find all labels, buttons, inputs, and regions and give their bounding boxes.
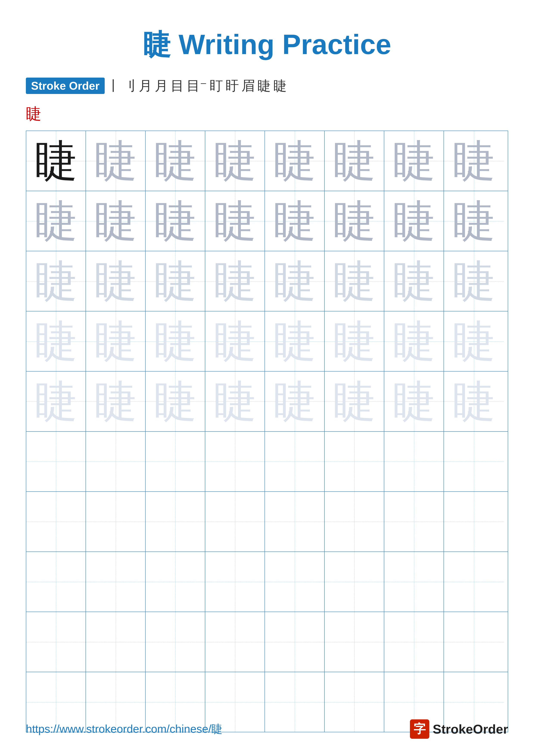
grid-cell-5-6[interactable]: 睫 <box>325 371 384 431</box>
final-stroke-char: 睫 <box>26 105 41 122</box>
grid-cell-1-3[interactable]: 睫 <box>146 131 205 191</box>
grid-cell-3-5[interactable]: 睫 <box>265 251 325 311</box>
char-display: 睫 <box>154 320 197 363</box>
grid-cell-1-8[interactable]: 睫 <box>444 131 504 191</box>
grid-cell-6-6[interactable] <box>325 432 384 491</box>
grid-cell-3-7[interactable]: 睫 <box>384 251 444 311</box>
grid-cell-6-7[interactable] <box>384 432 444 491</box>
grid-cell-4-4[interactable]: 睫 <box>205 311 265 371</box>
grid-cell-1-1[interactable]: 睫 <box>26 131 86 191</box>
grid-cell-9-3[interactable] <box>146 612 205 672</box>
char-display: 睫 <box>393 260 436 303</box>
grid-cell-5-3[interactable]: 睫 <box>146 371 205 431</box>
grid-cell-6-1[interactable] <box>26 432 86 491</box>
grid-cell-4-8[interactable]: 睫 <box>444 311 504 371</box>
grid-cell-2-6[interactable]: 睫 <box>325 191 384 251</box>
char-display: 睫 <box>273 320 316 363</box>
grid-cell-4-3[interactable]: 睫 <box>146 311 205 371</box>
grid-cell-9-8[interactable] <box>444 612 504 672</box>
grid-cell-8-8[interactable] <box>444 552 504 611</box>
char-display: 睫 <box>333 200 376 243</box>
grid-cell-5-7[interactable]: 睫 <box>384 371 444 431</box>
footer-logo: 字 StrokeOrder <box>410 719 508 739</box>
grid-cell-1-2[interactable]: 睫 <box>86 131 146 191</box>
grid-row-4: 睫 睫 睫 睫 睫 睫 睫 睫 <box>26 311 508 371</box>
grid-cell-3-1[interactable]: 睫 <box>26 251 86 311</box>
grid-cell-2-5[interactable]: 睫 <box>265 191 325 251</box>
grid-cell-2-4[interactable]: 睫 <box>205 191 265 251</box>
grid-cell-5-4[interactable]: 睫 <box>205 371 265 431</box>
grid-cell-7-3[interactable] <box>146 492 205 552</box>
grid-cell-6-3[interactable] <box>146 432 205 491</box>
grid-cell-8-3[interactable] <box>146 552 205 611</box>
grid-cell-5-5[interactable]: 睫 <box>265 371 325 431</box>
grid-row-3: 睫 睫 睫 睫 睫 睫 睫 睫 <box>26 251 508 311</box>
grid-cell-1-6[interactable]: 睫 <box>325 131 384 191</box>
char-display: 睫 <box>35 200 78 243</box>
grid-cell-1-7[interactable]: 睫 <box>384 131 444 191</box>
char-display: 睫 <box>333 380 376 423</box>
stroke-order-badge: Stroke Order <box>26 78 105 94</box>
grid-cell-7-7[interactable] <box>384 492 444 552</box>
grid-cell-5-1[interactable]: 睫 <box>26 371 86 431</box>
char-display: 睫 <box>393 320 436 363</box>
char-display: 睫 <box>333 139 376 182</box>
grid-cell-3-6[interactable]: 睫 <box>325 251 384 311</box>
grid-cell-9-2[interactable] <box>86 612 146 672</box>
char-display: 睫 <box>154 200 197 243</box>
grid-cell-7-8[interactable] <box>444 492 504 552</box>
stroke-step-10: 睫 <box>257 77 271 95</box>
grid-row-6 <box>26 432 508 492</box>
grid-row-5: 睫 睫 睫 睫 睫 睫 睫 睫 <box>26 371 508 432</box>
grid-cell-7-5[interactable] <box>265 492 325 552</box>
grid-cell-9-5[interactable] <box>265 612 325 672</box>
grid-cell-9-6[interactable] <box>325 612 384 672</box>
char-display: 睫 <box>452 380 496 423</box>
grid-cell-8-5[interactable] <box>265 552 325 611</box>
grid-cell-3-8[interactable]: 睫 <box>444 251 504 311</box>
grid-cell-2-1[interactable]: 睫 <box>26 191 86 251</box>
stroke-last-char: 睫 <box>0 103 534 124</box>
grid-cell-4-2[interactable]: 睫 <box>86 311 146 371</box>
grid-cell-9-1[interactable] <box>26 612 86 672</box>
grid-cell-5-2[interactable]: 睫 <box>86 371 146 431</box>
grid-cell-7-4[interactable] <box>205 492 265 552</box>
stroke-step-3: 月 <box>139 77 152 95</box>
char-display: 睫 <box>452 139 496 182</box>
grid-cell-8-1[interactable] <box>26 552 86 611</box>
grid-cell-3-4[interactable]: 睫 <box>205 251 265 311</box>
grid-cell-8-6[interactable] <box>325 552 384 611</box>
footer-url[interactable]: https://www.strokeorder.com/chinese/睫 <box>26 721 222 737</box>
char-display: 睫 <box>273 260 316 303</box>
grid-cell-3-3[interactable]: 睫 <box>146 251 205 311</box>
grid-cell-7-1[interactable] <box>26 492 86 552</box>
grid-cell-8-2[interactable] <box>86 552 146 611</box>
grid-cell-6-2[interactable] <box>86 432 146 491</box>
grid-cell-4-5[interactable]: 睫 <box>265 311 325 371</box>
grid-cell-6-5[interactable] <box>265 432 325 491</box>
stroke-step-4: 月 <box>155 77 168 95</box>
grid-cell-4-7[interactable]: 睫 <box>384 311 444 371</box>
grid-cell-4-1[interactable]: 睫 <box>26 311 86 371</box>
grid-cell-7-2[interactable] <box>86 492 146 552</box>
grid-cell-2-3[interactable]: 睫 <box>146 191 205 251</box>
grid-cell-1-4[interactable]: 睫 <box>205 131 265 191</box>
grid-cell-9-7[interactable] <box>384 612 444 672</box>
stroke-step-6: 目⁻ <box>187 77 207 95</box>
stroke-step-7: 盯 <box>210 77 223 95</box>
grid-cell-4-6[interactable]: 睫 <box>325 311 384 371</box>
stroke-step-5: 目 <box>171 77 184 95</box>
grid-cell-1-5[interactable]: 睫 <box>265 131 325 191</box>
stroke-step-11: 睫 <box>273 77 287 95</box>
grid-cell-2-7[interactable]: 睫 <box>384 191 444 251</box>
grid-cell-5-8[interactable]: 睫 <box>444 371 504 431</box>
grid-cell-6-4[interactable] <box>205 432 265 491</box>
grid-cell-3-2[interactable]: 睫 <box>86 251 146 311</box>
grid-cell-7-6[interactable] <box>325 492 384 552</box>
grid-cell-8-7[interactable] <box>384 552 444 611</box>
grid-cell-9-4[interactable] <box>205 612 265 672</box>
grid-cell-8-4[interactable] <box>205 552 265 611</box>
grid-cell-2-8[interactable]: 睫 <box>444 191 504 251</box>
grid-cell-6-8[interactable] <box>444 432 504 491</box>
grid-cell-2-2[interactable]: 睫 <box>86 191 146 251</box>
